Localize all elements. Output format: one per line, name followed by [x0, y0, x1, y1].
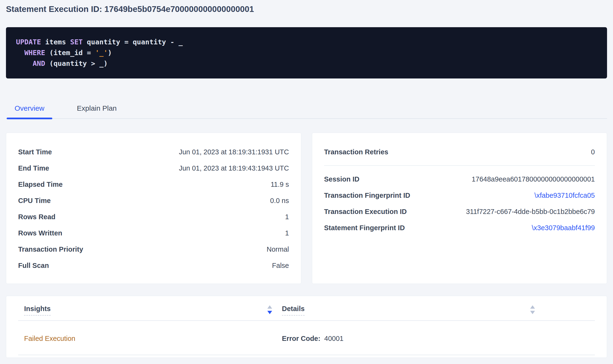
row-cpu-time: CPU Time 0.0 ns — [18, 193, 289, 209]
transaction-fingerprint-link[interactable]: \xfabe93710fcfca05 — [534, 190, 595, 201]
tab-explain-plan[interactable]: Explain Plan — [69, 104, 125, 118]
insight-row: Failed Execution Error Code: 40001 — [18, 321, 595, 355]
row-label: CPU Time — [18, 195, 51, 206]
sql-text: quantity = quantity - _ — [83, 38, 183, 46]
sort-insights-icon[interactable] — [267, 305, 272, 315]
row-label: Session ID — [324, 174, 360, 184]
row-transaction-execution-id: Transaction Execution ID 311f7227-c667-4… — [324, 204, 595, 220]
sql-statement-box: UPDATE items SET quantity = quantity - _… — [6, 27, 607, 78]
row-value: 311f7227-c667-4dde-b5bb-0c1b2bbe6c79 — [466, 206, 595, 217]
sql-line-1: UPDATE items SET quantity = quantity - _ — [16, 37, 597, 48]
sql-line-2: WHERE (item_id = '_') — [16, 48, 597, 58]
sql-line-3: AND (quantity > _) — [16, 58, 597, 69]
sql-string-literal: '_' — [95, 49, 108, 57]
row-full-scan: Full Scan False — [18, 257, 289, 273]
row-value: Jun 01, 2023 at 18:19:31:1931 UTC — [179, 147, 289, 157]
row-start-time: Start Time Jun 01, 2023 at 18:19:31:1931… — [18, 144, 289, 160]
overview-card: Start Time Jun 01, 2023 at 18:19:31:1931… — [6, 133, 301, 284]
insights-table-card: Insights Details Failed Execution Error … — [6, 296, 607, 358]
transaction-card: Transaction Retries 0 Session ID 17648a9… — [312, 133, 607, 284]
row-value: 0.0 ns — [270, 195, 289, 206]
insights-column-label[interactable]: Insights — [24, 305, 51, 316]
row-value: 1 — [285, 228, 289, 238]
sql-keyword-set: SET — [70, 38, 83, 46]
row-transaction-fingerprint-id: Transaction Fingerprint ID \xfabe93710fc… — [324, 187, 595, 204]
row-value: Normal — [267, 244, 289, 255]
card-divider — [324, 165, 595, 166]
row-label: Transaction Execution ID — [324, 206, 407, 217]
sql-keyword-where: WHERE — [24, 49, 45, 57]
table-row-divider — [18, 355, 595, 355]
row-rows-read: Rows Read 1 — [18, 209, 289, 225]
row-label: End Time — [18, 163, 49, 173]
row-label: Transaction Fingerprint ID — [324, 190, 410, 201]
row-label: Transaction Retries — [324, 147, 388, 157]
sql-indent — [16, 49, 24, 57]
insight-cell: Failed Execution — [18, 333, 272, 344]
row-rows-written: Rows Written 1 — [18, 225, 289, 241]
row-value: False — [272, 260, 289, 271]
row-value: 17648a9eea6017800000000000000001 — [472, 174, 595, 184]
sql-indent — [16, 59, 33, 67]
row-value: 0 — [591, 147, 595, 157]
details-column-label[interactable]: Details — [282, 305, 305, 316]
row-label: Statement Fingerprint ID — [324, 222, 405, 233]
row-value: Jun 01, 2023 at 18:19:43:1943 UTC — [179, 163, 289, 173]
row-label: Start Time — [18, 147, 52, 157]
page-title: Statement Execution ID: 17649be5b0754e70… — [6, 0, 607, 14]
sql-text: items — [41, 38, 70, 46]
row-transaction-priority: Transaction Priority Normal — [18, 241, 289, 257]
statement-fingerprint-link[interactable]: \x3e3079baabf41f99 — [532, 222, 595, 233]
row-label: Elapsed Time — [18, 179, 63, 190]
row-label: Transaction Priority — [18, 244, 83, 255]
row-elapsed-time: Elapsed Time 11.9 s — [18, 176, 289, 193]
row-value: 1 — [285, 212, 289, 222]
details-cell: Error Code: 40001 — [272, 333, 595, 344]
error-code-number: 40001 — [324, 335, 344, 342]
tab-overview[interactable]: Overview — [7, 104, 52, 118]
page: Statement Execution ID: 17649be5b0754e70… — [0, 0, 613, 358]
row-label: Rows Written — [18, 228, 62, 238]
summary-cards: Start Time Jun 01, 2023 at 18:19:31:1931… — [6, 133, 607, 284]
sql-keyword-update: UPDATE — [16, 38, 41, 46]
sql-text: (quantity > _) — [45, 59, 108, 67]
row-statement-fingerprint-id: Statement Fingerprint ID \x3e3079baabf41… — [324, 220, 595, 236]
sql-keyword-and: AND — [33, 59, 45, 67]
row-value: 11.9 s — [271, 179, 289, 190]
tab-bar: Overview Explain Plan — [6, 104, 607, 119]
row-transaction-retries: Transaction Retries 0 — [324, 144, 595, 160]
insights-column-header: Insights — [18, 305, 272, 316]
row-label: Rows Read — [18, 212, 55, 222]
row-session-id: Session ID 17648a9eea6017800000000000000… — [324, 171, 595, 187]
sql-text: ) — [108, 49, 112, 57]
details-column-header: Details — [272, 305, 595, 316]
error-code-label: Error Code: — [282, 335, 320, 342]
row-label: Full Scan — [18, 260, 49, 271]
row-end-time: End Time Jun 01, 2023 at 18:19:43:1943 U… — [18, 160, 289, 176]
sql-text: (item_id = — [45, 49, 95, 57]
insights-table-header: Insights Details — [18, 305, 595, 316]
sort-details-icon[interactable] — [530, 305, 535, 315]
